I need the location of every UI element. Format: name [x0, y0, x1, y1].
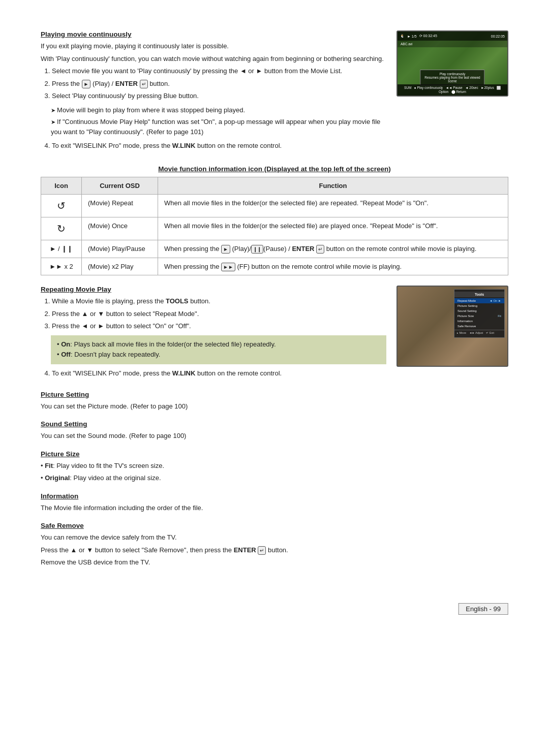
osd-ff: (Movie) x2 Play: [82, 258, 158, 275]
repeat-step-1: While a Movie file is playing, press the…: [52, 296, 386, 306]
tv-center-line2: Resumes playing from the last viewed: [424, 76, 480, 79]
tv-center-line3: scene: [424, 79, 480, 83]
tools-repeat-label: Repeat Mode: [458, 299, 476, 302]
table-section-title: Movie function information icon (Display…: [41, 165, 508, 173]
picture-size-section: Picture Size • Fit: Play video to fit th…: [41, 450, 508, 483]
tools-screenshot: Tools Repeat Mode ◄ On ► Picture Setting…: [396, 286, 508, 367]
sound-setting-text: You can set the Sound mode. (Refer to pa…: [41, 431, 508, 441]
playing-steps-list: Select movie file you want to 'Play cont…: [52, 66, 386, 101]
sound-setting-section: Sound Setting You can set the Sound mode…: [41, 420, 508, 441]
repeat-steps-list: While a Movie file is playing, press the…: [52, 296, 386, 331]
sound-setting-title: Sound Setting: [41, 420, 508, 428]
tv-time2: 00:22:05: [491, 35, 505, 38]
tv-screenshot-inner: 🐧 ► 1/5 ⟳ 00:32:45 00:22:05 ABC.avi Play…: [398, 32, 507, 96]
icon-repeat: ↺: [41, 195, 82, 217]
safe-remove-para3: Remove the USB device from the TV.: [41, 557, 508, 568]
picture-size-fit: • Fit: Play video to fit the TV's screen…: [41, 461, 508, 471]
playing-section: Playing movie continuously If you exit p…: [41, 30, 508, 155]
tools-panel-title: Tools: [454, 292, 504, 297]
table-header: Icon Current OSD Function: [41, 177, 508, 195]
table-header-row: Icon Current OSD Function: [41, 177, 508, 195]
tv-time1: ⟳ 00:32:45: [419, 34, 437, 38]
repeat-step-3: Press the ◄ or ► button to select "On" o…: [52, 321, 386, 331]
tools-screenshot-inner: Tools Repeat Mode ◄ On ► Picture Setting…: [398, 287, 507, 366]
repeat-section: Repeating Movie Play While a Movie file …: [41, 286, 508, 383]
icon-info-table: Icon Current OSD Function ↺ (Movie) Repe…: [41, 177, 508, 276]
tools-picture-setting: Picture Setting: [454, 303, 504, 308]
inline-ff-btn: ►►: [221, 263, 235, 271]
information-section: Information The Movie file information i…: [41, 492, 508, 513]
repeat-step4-list: To exit "WISELINK Pro" mode, press the W…: [52, 368, 386, 379]
inline-enter-btn: ↵: [316, 245, 324, 254]
picture-setting-text: You can set the Picture mode. (Refer to …: [41, 401, 508, 412]
tools-picture-size: Picture Size Fit: [454, 313, 504, 319]
icon-ff: ►► x 2: [41, 258, 82, 275]
page-footer: English - 99: [458, 603, 508, 615]
col-osd: Current OSD: [82, 177, 158, 195]
tools-adjust-hint: ◄► Adjust: [469, 331, 483, 334]
repeat-title: Repeating Movie Play: [41, 286, 386, 293]
func-once: When all movie files in the folder(or th…: [158, 217, 508, 240]
enter-btn-icon: ↵: [140, 80, 148, 88]
icon-once: ↻: [41, 217, 82, 240]
safe-remove-title: Safe Remove: [41, 522, 508, 529]
tools-size-label: Picture Size: [458, 314, 474, 318]
tools-info-label: Information: [458, 320, 473, 323]
osd-repeat: (Movie) Repeat: [82, 195, 158, 217]
playing-para1: If you exit playing movie, playing it co…: [41, 41, 386, 51]
inline-pause-btn: ❙❙: [251, 245, 263, 254]
playing-para2: With 'Play continuously' function, you c…: [41, 54, 386, 64]
highlight-on: • On: Plays back all movie files in the …: [57, 339, 380, 350]
play-btn-icon: ►: [82, 80, 91, 88]
arrow-note-1: Movie will begin to play from where it w…: [51, 105, 386, 115]
col-function: Function: [158, 177, 508, 195]
tv-icon: 🐧: [400, 34, 405, 38]
tv-bottom-bar: SUM ● Play continuously ◄◄ Pause ◄ 20sec…: [398, 84, 507, 96]
playing-step-1: Select movie file you want to 'Play cont…: [52, 66, 386, 76]
table-row: ►► x 2 (Movie) x2 Play When pressing the…: [41, 258, 508, 275]
highlight-off: • Off: Doesn't play back repeatedly.: [57, 350, 380, 360]
tools-image: Tools Repeat Mode ◄ On ► Picture Setting…: [396, 286, 508, 383]
playing-step-4: To exit "WISELINK Pro" mode, press the W…: [52, 141, 386, 151]
table-row: ► / ❙❙ (Movie) Play/Pause When pressing …: [41, 240, 508, 258]
repeat-step-4: To exit "WISELINK Pro" mode, press the W…: [52, 368, 386, 379]
playing-step-3: Select 'Play continuously' by pressing B…: [52, 91, 386, 101]
playing-text: Playing movie continuously If you exit p…: [41, 30, 386, 155]
playing-title: Playing movie continuously: [41, 30, 386, 38]
arrow-note-2: If "Continuous Movie Play Help" function…: [51, 117, 386, 137]
func-playpause: When pressing the ► (Play)/❙❙(Pause) / E…: [158, 240, 508, 258]
icon-playpause: ► / ❙❙: [41, 240, 82, 258]
picture-size-original: • Original: Play video at the original s…: [41, 473, 508, 483]
osd-playpause: (Movie) Play/Pause: [82, 240, 158, 258]
information-text: The Movie file information including the…: [41, 503, 508, 513]
footer-container: English - 99: [41, 583, 508, 615]
tv-center-overlay: Play continuously Resumes playing from t…: [420, 70, 484, 85]
tools-panel: Tools Repeat Mode ◄ On ► Picture Setting…: [454, 289, 505, 338]
tools-repeat-value: ◄ On ►: [490, 299, 501, 302]
tools-safe-remove: Safe Remove: [454, 324, 504, 329]
tools-picture-label: Picture Setting: [458, 304, 477, 307]
tv-screenshot: 🐧 ► 1/5 ⟳ 00:32:45 00:22:05 ABC.avi Play…: [396, 30, 508, 97]
tv-center-line1: Play continuously: [424, 72, 480, 76]
picture-setting-title: Picture Setting: [41, 391, 508, 398]
table-section: Movie function information icon (Display…: [41, 165, 508, 276]
top-tv-image: 🐧 ► 1/5 ⟳ 00:32:45 00:22:05 ABC.avi Play…: [396, 30, 508, 155]
func-repeat: When all movie files in the folder(or th…: [158, 195, 508, 217]
tools-information: Information: [454, 319, 504, 324]
safe-enter-btn: ↵: [258, 546, 266, 555]
safe-remove-section: Safe Remove You can remove the device sa…: [41, 522, 508, 568]
tools-sound-label: Sound Setting: [458, 309, 477, 312]
tv-filename: ABC.avi: [398, 41, 507, 47]
repeat-text: Repeating Movie Play While a Movie file …: [41, 286, 386, 383]
tools-repeat-mode: Repeat Mode ◄ On ►: [454, 298, 504, 303]
picture-size-title: Picture Size: [41, 450, 508, 458]
tools-bottom-bar: ⬥ Move ◄► Adjust ↵ Exit: [454, 330, 504, 335]
table-row: ↻ (Movie) Once When all movie files in t…: [41, 217, 508, 240]
tools-safe-label: Safe Remove: [458, 325, 476, 328]
safe-remove-para2: Press the ▲ or ▼ button to select "Safe …: [41, 545, 508, 555]
information-title: Information: [41, 492, 508, 500]
playing-step-2: Press the ► (Play) / ENTER ↵ button.: [52, 79, 386, 89]
tv-top-bar: 🐧 ► 1/5 ⟳ 00:32:45 00:22:05: [398, 32, 507, 41]
picture-setting-section: Picture Setting You can set the Picture …: [41, 391, 508, 412]
table-body: ↺ (Movie) Repeat When all movie files in…: [41, 195, 508, 275]
